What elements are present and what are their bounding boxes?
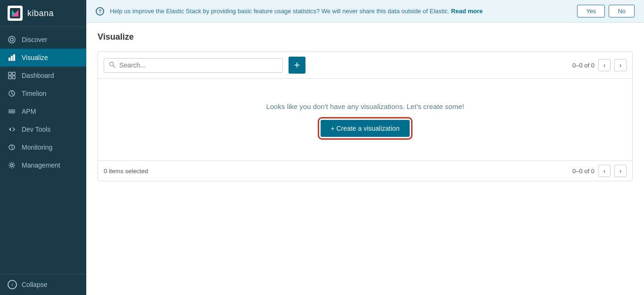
svg-rect-11 <box>12 76 15 79</box>
items-selected: 0 items selected <box>104 168 148 175</box>
visualize-icon <box>8 53 16 62</box>
search-input[interactable] <box>119 61 278 69</box>
sidebar-label-monitoring: Monitoring <box>22 143 52 151</box>
sidebar-item-visualize[interactable]: Visualize <box>0 49 86 67</box>
no-button[interactable]: No <box>609 5 635 17</box>
footer-pagination-count: 0–0 of 0 <box>572 168 594 175</box>
svg-line-18 <box>113 65 116 67</box>
sidebar-label-dashboard: Dashboard <box>22 72 54 79</box>
footer-pagination: 0–0 of 0 ‹ › <box>572 165 627 177</box>
svg-rect-7 <box>13 54 15 61</box>
sidebar-bottom: ‹ Collapse <box>0 274 86 295</box>
svg-point-4 <box>10 38 13 41</box>
collapse-button[interactable]: ‹ Collapse <box>8 280 79 289</box>
empty-state-text: Looks like you don't have any visualizat… <box>107 102 623 110</box>
svg-point-3 <box>8 36 15 43</box>
yes-button[interactable]: Yes <box>577 5 605 17</box>
search-box <box>104 58 283 73</box>
empty-state: Looks like you don't have any visualizat… <box>98 79 632 160</box>
sidebar-item-management[interactable]: Management <box>0 156 86 174</box>
telemetry-banner: ? Help us improve the Elastic Stack by p… <box>86 0 644 23</box>
visualize-panel: + 0–0 of 0 ‹ › Looks like you don't have… <box>98 51 633 181</box>
pagination-count: 0–0 of 0 <box>572 62 594 69</box>
page-title: Visualize <box>98 32 633 42</box>
banner-text: Help us improve the Elastic Stack by pro… <box>110 8 571 15</box>
sidebar-item-apm[interactable]: APM <box>0 102 86 120</box>
collapse-label: Collapse <box>22 281 47 288</box>
panel-toolbar: + 0–0 of 0 ‹ › <box>98 52 632 79</box>
read-more-link[interactable]: Read more <box>451 8 483 15</box>
kibana-logo-icon <box>8 6 23 21</box>
management-icon <box>8 161 16 169</box>
page-content: Visualize + 0–0 of 0 ‹ › <box>86 23 644 295</box>
svg-rect-10 <box>8 76 11 79</box>
sidebar-label-management: Management <box>22 161 60 169</box>
panel-footer: 0 items selected 0–0 of 0 ‹ › <box>98 160 632 181</box>
svg-rect-9 <box>12 72 15 75</box>
svg-rect-5 <box>8 58 10 61</box>
banner-buttons: Yes No <box>577 5 635 17</box>
search-icon <box>109 61 116 69</box>
svg-rect-8 <box>8 72 11 75</box>
sidebar-label-timelion: Timelion <box>22 90 46 97</box>
next-page-button[interactable]: › <box>614 59 627 71</box>
sidebar-item-dashboard[interactable]: Dashboard <box>0 67 86 84</box>
timelion-icon <box>8 89 16 98</box>
prev-page-button[interactable]: ‹ <box>598 59 611 71</box>
sidebar-item-discover[interactable]: Discover <box>0 31 86 49</box>
sidebar-label-devtools: Dev Tools <box>22 126 50 133</box>
kibana-title: kibana <box>27 8 54 18</box>
sidebar-label-discover: Discover <box>22 36 47 43</box>
sidebar: kibana Discover Visualize <box>0 0 86 295</box>
sidebar-nav: Discover Visualize Dashbo <box>0 27 86 274</box>
main-content: ? Help us improve the Elastic Stack by p… <box>86 0 644 295</box>
discover-icon <box>8 35 16 44</box>
toolbar-pagination: 0–0 of 0 ‹ › <box>572 59 627 71</box>
question-icon: ? <box>96 7 104 16</box>
sidebar-label-visualize: Visualize <box>22 54 48 61</box>
sidebar-item-timelion[interactable]: Timelion <box>0 84 86 102</box>
apm-icon <box>8 107 16 116</box>
svg-point-16 <box>11 164 13 167</box>
footer-prev-button[interactable]: ‹ <box>598 165 611 177</box>
sidebar-item-devtools[interactable]: Dev Tools <box>0 120 86 138</box>
create-visualization-button[interactable]: + Create a visualization <box>321 120 410 137</box>
svg-rect-6 <box>11 56 13 61</box>
sidebar-item-monitoring[interactable]: Monitoring <box>0 138 86 156</box>
monitoring-icon <box>8 143 16 152</box>
add-button[interactable]: + <box>289 57 305 74</box>
sidebar-label-apm: APM <box>22 108 36 115</box>
logo: kibana <box>0 0 86 27</box>
collapse-icon: ‹ <box>8 280 17 289</box>
dashboard-icon <box>8 71 16 80</box>
devtools-icon <box>8 125 16 134</box>
footer-next-button[interactable]: › <box>614 165 627 177</box>
